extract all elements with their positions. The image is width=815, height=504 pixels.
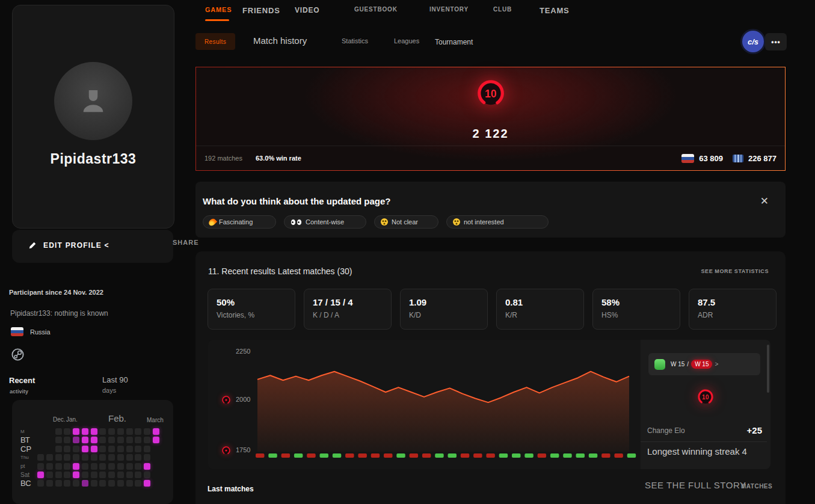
- steam-icon[interactable]: [11, 348, 25, 364]
- svg-text:10: 10: [485, 88, 497, 100]
- calendar-cell: [144, 480, 150, 487]
- nav-tab-friends[interactable]: FRIENDS: [242, 6, 280, 15]
- face-not-interested-icon: [453, 218, 460, 226]
- username: Pipidastr133: [13, 151, 174, 167]
- match-result-win: [550, 453, 559, 458]
- pencil-icon: [28, 241, 37, 250]
- calendar-cell: [135, 454, 141, 461]
- chevron-right-icon: >: [715, 361, 718, 367]
- share-button[interactable]: SHARE: [173, 239, 199, 246]
- see-full-story-link[interactable]: SEE THE FULL STORY: [645, 480, 746, 490]
- match-result-loss: [307, 453, 316, 458]
- calendar-cell: [108, 454, 115, 461]
- calendar-cell: [82, 428, 88, 435]
- feedback-question: What do you think about the updated page…: [203, 196, 390, 206]
- elo-value: 2 122: [196, 127, 785, 141]
- calendar-cell: [91, 437, 97, 443]
- see-more-statistics-link[interactable]: SEE MORE STATISTICS: [701, 268, 769, 274]
- calendar-cell: [82, 463, 88, 470]
- match-result-win: [576, 453, 585, 458]
- cs2-game-logo[interactable]: c/s: [742, 31, 764, 52]
- scrollbar[interactable]: [767, 345, 769, 393]
- nav-tab-games[interactable]: GAMES: [205, 6, 232, 13]
- level-gauge: 10: [475, 78, 506, 111]
- feedback-option-label: Content-wise: [306, 218, 344, 226]
- feedback-option[interactable]: not interested: [446, 215, 549, 229]
- calendar-month-label: Dec.: [53, 416, 66, 423]
- calendar-cell: [46, 454, 53, 461]
- world-rank-icon: [733, 155, 743, 162]
- match-result-win: [448, 453, 457, 458]
- activity-range-sub: days: [102, 387, 116, 394]
- activity-range[interactable]: Last 90: [102, 375, 128, 384]
- subtab-match-history[interactable]: Match history: [253, 35, 307, 46]
- stat-label: K/D: [409, 311, 487, 319]
- stat-label: K/R: [505, 311, 583, 319]
- feedback-option[interactable]: Content-wise: [284, 215, 366, 229]
- calendar-cell: [55, 454, 62, 461]
- elo-change-value: +25: [747, 425, 762, 435]
- win-loss-summary[interactable]: W 15 / W 15 >: [648, 353, 760, 375]
- close-icon[interactable]: ✕: [760, 195, 769, 207]
- feedback-option[interactable]: Fascinating: [203, 215, 276, 229]
- stat-card: 87.5ADR: [689, 289, 777, 330]
- calendar-cell: [135, 428, 141, 435]
- calendar-cell: [73, 454, 79, 461]
- stat-value: 50%: [217, 297, 295, 307]
- calendar-cell: [91, 446, 97, 452]
- subtab-statistics[interactable]: Statistics: [342, 37, 368, 45]
- nav-tab-inventory[interactable]: INVENTORY: [429, 6, 469, 13]
- more-menu-button[interactable]: •••: [765, 33, 787, 51]
- calendar-cell: [46, 480, 53, 487]
- level-gauge-mini: [221, 395, 231, 407]
- wins-icon: [654, 359, 665, 370]
- calendar-cell: [153, 428, 159, 435]
- calendar-cell: [126, 463, 133, 470]
- world-rank[interactable]: 226 877: [733, 154, 777, 163]
- feedback-option[interactable]: Not clear: [374, 215, 438, 229]
- level-gauge-mini: [221, 446, 231, 458]
- country-rank-value: 63 809: [699, 154, 723, 163]
- calendar-day-label: Sat: [20, 472, 37, 478]
- subtab-tournament[interactable]: Tournament: [435, 38, 473, 46]
- calendar-cell: [82, 472, 88, 478]
- win-rate: 63.0% win rate: [256, 155, 301, 162]
- calendar-cell: [135, 437, 141, 443]
- calendar-cell: [82, 437, 88, 443]
- calendar-cell: [64, 463, 70, 470]
- nav-tab-club[interactable]: CLUB: [493, 6, 512, 13]
- subtab-leagues[interactable]: Leagues: [394, 37, 419, 45]
- country-rank[interactable]: 63 809: [681, 154, 723, 163]
- match-result-loss: [461, 453, 470, 458]
- stat-card: 1.09K/D: [400, 289, 488, 330]
- nav-tab-teams[interactable]: TEAMS: [540, 6, 570, 15]
- elo-footer: 192 matches 63.0% win rate 63 809 226 87…: [196, 146, 785, 170]
- calendar-cell: [91, 428, 97, 435]
- win-loss-strip: [256, 453, 636, 458]
- calendar-cell: [46, 472, 53, 478]
- subtab-results[interactable]: Results: [195, 33, 235, 50]
- calendar-cell: [144, 437, 150, 443]
- y-axis-tick: 2250: [236, 348, 250, 355]
- match-result-loss: [358, 453, 367, 458]
- calendar-cell: [99, 446, 106, 452]
- elo-line-chart: [208, 340, 641, 469]
- calendar-cell: [73, 472, 79, 478]
- stat-label: K / D / A: [313, 311, 391, 319]
- matches-link[interactable]: MATCHES: [741, 483, 772, 490]
- country-label: Russia: [30, 328, 51, 336]
- nav-tab-video[interactable]: VIDEO: [295, 6, 319, 14]
- calendar-cell: [126, 437, 133, 443]
- calendar-cell: [126, 446, 133, 452]
- match-result-win: [499, 453, 508, 458]
- calendar-cell: [135, 480, 141, 487]
- russia-flag-icon: [11, 327, 23, 336]
- calendar-cell: [82, 446, 88, 452]
- profile-card: Pipidastr133: [12, 5, 174, 229]
- calendar-cell: [108, 472, 115, 478]
- calendar-cell: [37, 463, 44, 470]
- calendar-cell: [73, 480, 79, 487]
- match-result-win: [294, 453, 303, 458]
- edit-profile-button[interactable]: EDIT PROFILE <: [12, 230, 173, 250]
- nav-tab-guestbook[interactable]: GUESTBOOK: [354, 6, 398, 13]
